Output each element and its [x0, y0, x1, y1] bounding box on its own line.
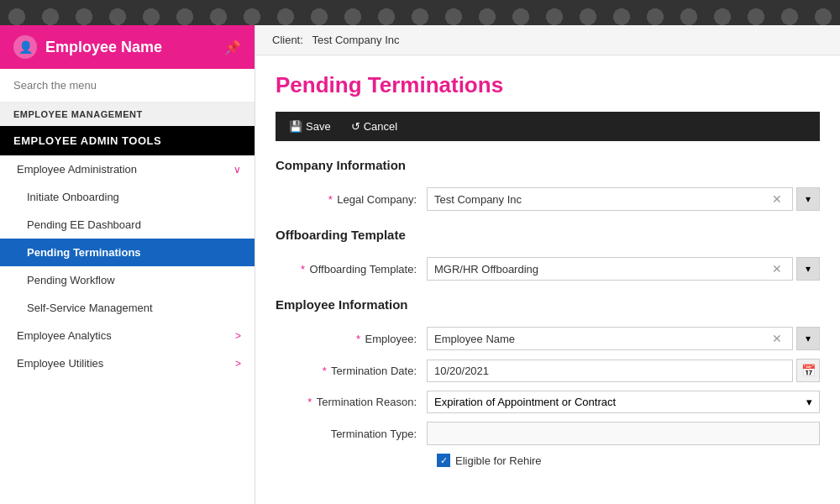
termination-type-input[interactable] [427, 422, 820, 445]
page-title: Pending Terminations [276, 72, 820, 98]
cancel-label: Cancel [364, 120, 397, 133]
termination-type-label: Termination Type: [276, 428, 427, 440]
employee-info-section: Employee Information Employee: Employee … [276, 297, 820, 467]
company-info-heading: Company Information [276, 158, 820, 176]
termination-date-control: 📅 [427, 359, 820, 382]
sidebar-item-label: Employee Administration [17, 163, 137, 176]
eligible-rehire-label: Eligible for Rehire [455, 454, 542, 467]
employee-label: Employee: [276, 333, 427, 345]
pin-icon[interactable]: 📌 [224, 39, 241, 55]
top-decorative-bar [0, 0, 840, 25]
save-label: Save [306, 120, 331, 133]
legal-company-control: Test Company Inc ✕ ▾ [427, 187, 820, 211]
eligible-rehire-checkbox[interactable]: ✓ [437, 454, 450, 467]
legal-company-select[interactable]: Test Company Inc ✕ [427, 187, 793, 211]
section-label: EMPLOYEE MANAGEMENT [0, 102, 255, 126]
termination-reason-label: Termination Reason: [276, 396, 427, 408]
offboarding-template-value: MGR/HR Offboarding [434, 263, 769, 276]
eligible-rehire-row: ✓ Eligible for Rehire [276, 454, 820, 467]
sidebar-item-label: Employee Analytics [17, 329, 112, 342]
offboarding-template-label: Offboarding Template: [276, 263, 427, 276]
termination-date-row: Termination Date: 📅 [276, 359, 820, 382]
sidebar-item-label: Pending EE Dashboard [27, 218, 141, 231]
offboarding-template-row: Offboarding Template: MGR/HR Offboarding… [276, 257, 820, 281]
employee-name-label: Employee Name [45, 39, 162, 56]
employee-info-heading: Employee Information [276, 297, 820, 315]
sidebar-item-label: Self-Service Management [27, 302, 153, 314]
chevron-down-icon: ∨ [234, 164, 241, 176]
sidebar-item-label: Pending Workflow [27, 274, 115, 286]
toolbar: 💾 Save ↺ Cancel [276, 112, 820, 141]
offboarding-template-control: MGR/HR Offboarding ✕ ▾ [427, 257, 820, 281]
chevron-right-icon: > [235, 330, 241, 342]
offboarding-heading: Offboarding Template [276, 228, 820, 245]
termination-date-label: Termination Date: [276, 365, 427, 377]
termination-type-row: Termination Type: [276, 422, 820, 445]
calendar-icon[interactable]: 📅 [796, 359, 820, 382]
clear-icon[interactable]: ✕ [769, 332, 785, 345]
sidebar-item-employee-utilities[interactable]: Employee Utilities > [0, 349, 255, 377]
sidebar: 👤 Employee Name 📌 EMPLOYEE MANAGEMENT EM… [0, 25, 255, 504]
offboarding-section: Offboarding Template Offboarding Templat… [276, 228, 820, 281]
legal-company-label: Legal Company: [276, 193, 427, 206]
clear-icon[interactable]: ✕ [769, 192, 785, 206]
termination-reason-row: Termination Reason: Expiration of Appoin… [276, 391, 820, 413]
termination-type-control [427, 422, 820, 445]
sidebar-item-initiate-onboarding[interactable]: Initiate Onboarding [0, 183, 255, 211]
employee-row: Employee: Employee Name ✕ ▾ [276, 327, 820, 350]
save-icon: 💾 [289, 120, 302, 133]
sidebar-item-pending-workflow[interactable]: Pending Workflow [0, 266, 255, 294]
employee-dropdown-arrow[interactable]: ▾ [796, 327, 820, 350]
company-info-section: Company Information Legal Company: Test … [276, 158, 820, 211]
termination-date-input[interactable] [427, 360, 793, 382]
employee-value: Employee Name [434, 333, 769, 345]
client-prefix: Client: [272, 34, 303, 46]
client-bar: Client: Test Company Inc [255, 25, 840, 55]
termination-reason-control: Expiration of Appointment or Contract ▾ [427, 391, 820, 413]
sidebar-item-pending-ee-dashboard[interactable]: Pending EE Dashboard [0, 211, 255, 239]
employee-control: Employee Name ✕ ▾ [427, 327, 820, 350]
sidebar-item-employee-admin[interactable]: Employee Administration ∨ [0, 155, 255, 183]
legal-company-row: Legal Company: Test Company Inc ✕ ▾ [276, 187, 820, 211]
sidebar-item-label: Initiate Onboarding [27, 191, 119, 203]
content-area: Pending Terminations 💾 Save ↺ Cancel Com… [255, 55, 840, 504]
offboarding-template-dropdown-arrow[interactable]: ▾ [796, 257, 820, 281]
chevron-right-icon: > [235, 358, 241, 370]
cancel-icon: ↺ [351, 120, 360, 133]
checkmark-icon: ✓ [440, 455, 448, 466]
sidebar-item-pending-terminations[interactable]: Pending Terminations [0, 239, 255, 266]
user-icon: 👤 [13, 35, 37, 59]
termination-reason-value: Expiration of Appointment or Contract [434, 396, 616, 408]
cancel-button[interactable]: ↺ Cancel [348, 118, 401, 134]
offboarding-template-select[interactable]: MGR/HR Offboarding ✕ [427, 257, 793, 281]
clear-icon[interactable]: ✕ [769, 262, 785, 276]
termination-reason-arrow: ▾ [806, 396, 812, 408]
sidebar-item-label: Employee Utilities [17, 357, 103, 370]
search-input[interactable] [13, 79, 241, 92]
main-content: Client: Test Company Inc Pending Termina… [255, 25, 840, 504]
sidebar-item-self-service-management[interactable]: Self-Service Management [0, 294, 255, 322]
sidebar-item-employee-analytics[interactable]: Employee Analytics > [0, 322, 255, 349]
group-label: EMPLOYEE ADMIN TOOLS [0, 126, 255, 155]
legal-company-dropdown-arrow[interactable]: ▾ [796, 187, 820, 211]
client-name: Test Company Inc [312, 34, 399, 46]
employee-select[interactable]: Employee Name ✕ [427, 327, 793, 350]
termination-reason-select[interactable]: Expiration of Appointment or Contract ▾ [427, 391, 820, 413]
sidebar-header: 👤 Employee Name 📌 [0, 25, 255, 69]
save-button[interactable]: 💾 Save [286, 118, 334, 134]
sidebar-item-label: Pending Terminations [27, 246, 141, 259]
search-menu-container [0, 69, 255, 102]
legal-company-value: Test Company Inc [434, 193, 769, 206]
